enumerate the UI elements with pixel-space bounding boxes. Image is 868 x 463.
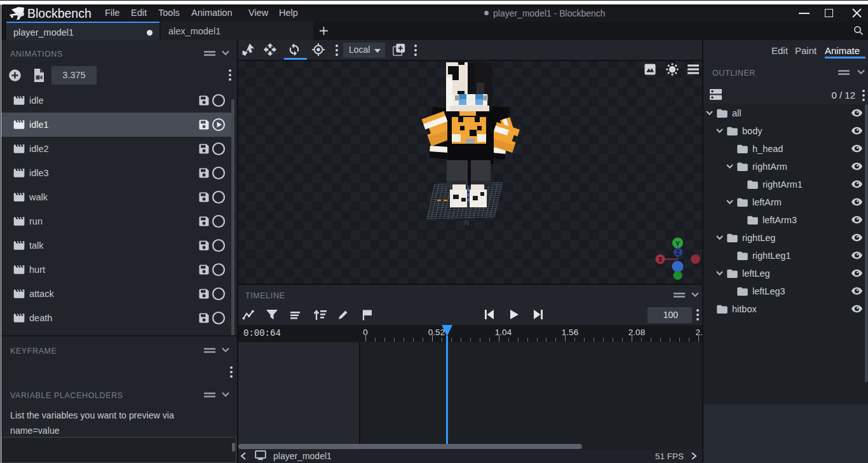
svg-text:X: X [658,256,663,263]
svg-text:N: N [465,219,469,226]
svg-text:Y: Y [675,240,681,247]
svg-text:Z: Z [676,249,680,256]
